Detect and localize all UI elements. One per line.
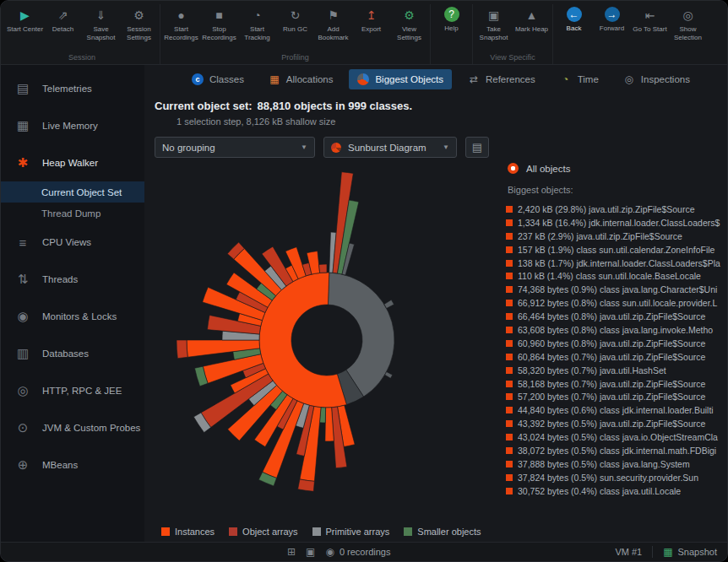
biggest-object-row[interactable]: 43,024 bytes (0.5%) class java.io.Object… xyxy=(506,430,727,444)
object-bullet-icon xyxy=(506,246,513,253)
sunburst-segment[interactable] xyxy=(298,479,315,491)
add-telemetry-icon[interactable]: ⊞ xyxy=(287,546,296,558)
session-settings-button[interactable]: ⚙Session Settings xyxy=(120,4,158,53)
detach-label: Detach xyxy=(52,25,73,34)
toolbar-group-caption: View Specific xyxy=(475,53,551,64)
biggest-object-row[interactable]: 66,912 bytes (0.8%) class sun.util.local… xyxy=(506,296,727,310)
sidebar-item-live-memory[interactable]: ▦Live Memory xyxy=(1,107,144,144)
start-center-label: Start Center xyxy=(7,25,43,34)
tab-references[interactable]: ⇄References xyxy=(459,69,544,89)
biggest-object-text: 30,752 bytes (0.4%) class java.util.Loca… xyxy=(518,486,681,496)
biggest-object-row[interactable]: 63,608 bytes (0.8%) class java.lang.invo… xyxy=(506,323,727,337)
sunburst-segment[interactable] xyxy=(319,264,327,273)
sidebar-item-databases[interactable]: ▥Databases xyxy=(1,335,144,372)
classes-icon: c xyxy=(192,73,204,85)
biggest-object-row[interactable]: 1,334 kB (16.4%) jdk.internal.loader.Cla… xyxy=(506,216,727,230)
mark-heap-button[interactable]: ▲Mark Heap xyxy=(513,4,551,53)
vm-label[interactable]: VM #1 xyxy=(615,547,642,557)
all-objects-label: All objects xyxy=(526,164,570,174)
sidebar-item-http-rpc-jee[interactable]: ◎HTTP, RPC & JEE xyxy=(1,372,144,409)
biggest-object-row[interactable]: 237 kB (2.9%) java.util.zip.ZipFile$Sour… xyxy=(506,230,727,243)
sidebar-item-threads[interactable]: ⇅Threads xyxy=(1,261,144,298)
take-snapshot-button[interactable]: ▣Take Snapshot xyxy=(475,4,513,53)
all-objects-radio[interactable]: All objects xyxy=(508,163,727,174)
sunburst-segment[interactable] xyxy=(385,372,393,379)
biggest-object-row[interactable]: 157 kB (1.9%) class sun.util.calendar.Zo… xyxy=(506,243,727,257)
biggest-object-row[interactable]: 43,392 bytes (0.5%) java.util.zip.ZipFil… xyxy=(506,417,727,430)
diagram-options-button[interactable]: ▤ xyxy=(465,137,489,158)
export-button[interactable]: ↥Export xyxy=(352,4,390,53)
show-selection-button[interactable]: ◎Show Selection xyxy=(669,4,707,53)
start-center-button[interactable]: ▶Start Center xyxy=(6,4,44,53)
biggest-object-row[interactable]: 30,752 bytes (0.4%) class java.util.Loca… xyxy=(506,484,727,498)
recordings-status[interactable]: ◉ 0 recordings xyxy=(325,546,390,558)
help-button[interactable]: ?Help xyxy=(432,4,470,53)
go-to-start-button[interactable]: ⇤Go To Start xyxy=(631,4,669,53)
stop-recordings-button[interactable]: ■Stop Recordings xyxy=(200,4,238,53)
run-gc-button[interactable]: ↻Run GC xyxy=(276,4,314,53)
view-mode-select[interactable]: Sunburst Diagram ▼ xyxy=(323,137,457,158)
sidebar-item-label: JVM & Custom Probes xyxy=(42,423,140,433)
object-bullet-icon xyxy=(506,313,513,320)
detach-icon: ⇗ xyxy=(55,7,71,23)
export-icon: ↥ xyxy=(363,7,379,23)
jvm-custom-probes-icon: ⊙ xyxy=(14,420,31,435)
sidebar-item-heap-walker[interactable]: ✱Heap Walker xyxy=(1,144,144,181)
grouping-select[interactable]: No grouping ▼ xyxy=(155,137,315,158)
save-snapshot-label: Save Snapshot xyxy=(82,25,120,42)
tab-classes[interactable]: cClasses xyxy=(183,69,253,89)
sidebar-item-cpu-views[interactable]: ≡CPU Views xyxy=(1,224,144,261)
biggest-object-row[interactable]: 58,168 bytes (0.7%) java.util.zip.ZipFil… xyxy=(506,377,727,391)
start-recordings-label: Start Recordings xyxy=(162,25,200,42)
snapshot-icon: ▦ xyxy=(663,546,672,558)
tab-allocations[interactable]: ▦Allocations xyxy=(260,69,342,89)
back-label: Back xyxy=(567,24,582,33)
biggest-objects-panel: All objects Biggest objects: 2,420 kB (2… xyxy=(506,158,727,498)
biggest-object-row[interactable]: 66,464 bytes (0.8%) java.util.zip.ZipFil… xyxy=(506,310,727,323)
biggest-object-row[interactable]: 138 kB (1.7%) jdk.internal.loader.ClassL… xyxy=(506,257,727,270)
toolbar-group-caption: Profiling xyxy=(162,53,428,64)
start-tracking-button[interactable]: ◔Start Tracking xyxy=(238,4,276,53)
biggest-object-row[interactable]: 60,864 bytes (0.7%) java.util.zip.ZipFil… xyxy=(506,350,727,364)
panels-icon[interactable]: ▣ xyxy=(306,546,315,558)
sidebar-item-telemetries[interactable]: ▤Telemetries xyxy=(1,70,144,107)
biggest-object-text: 66,912 bytes (0.8%) class sun.util.local… xyxy=(518,298,717,308)
biggest-object-row[interactable]: 57,200 bytes (0.7%) java.util.zip.ZipFil… xyxy=(506,390,727,403)
biggest-object-row[interactable]: 37,824 bytes (0.5%) sun.security.provide… xyxy=(506,471,727,484)
view-settings-button[interactable]: ⚙View Settings xyxy=(390,4,428,53)
tab-inspections[interactable]: ◎Inspections xyxy=(615,69,698,89)
view-sidebar: ▤Telemetries▦Live Memory✱Heap WalkerCurr… xyxy=(1,65,144,542)
biggest-object-text: 2,420 kB (29.8%) java.util.zip.ZipFile$S… xyxy=(518,204,695,214)
biggest-object-row[interactable]: 60,960 bytes (0.8%) java.util.zip.ZipFil… xyxy=(506,337,727,350)
take-snapshot-icon: ▣ xyxy=(486,7,502,23)
biggest-object-row[interactable]: 2,420 kB (29.8%) java.util.zip.ZipFile$S… xyxy=(506,203,727,216)
sidebar-item-jvm-custom-probes[interactable]: ⊙JVM & Custom Probes xyxy=(1,409,144,446)
save-snapshot-button[interactable]: ⇓Save Snapshot xyxy=(82,4,120,53)
sidebar-subitem-thread-dump[interactable]: Thread Dump xyxy=(1,203,144,224)
sidebar-item-mbeans[interactable]: ⊕MBeans xyxy=(1,446,144,484)
sunburst-segment[interactable] xyxy=(177,340,187,359)
object-arrays-swatch-icon xyxy=(229,527,237,536)
biggest-object-row[interactable]: 74,368 bytes (0.9%) class java.lang.Char… xyxy=(506,283,727,296)
legend-item-smaller-objects: Smaller objects xyxy=(404,527,481,537)
add-bookmark-button[interactable]: ⚑Add Bookmark xyxy=(314,4,352,53)
start-recordings-button[interactable]: ●Start Recordings xyxy=(162,4,200,53)
biggest-object-row[interactable]: 58,320 bytes (0.7%) java.util.HashSet xyxy=(506,364,727,377)
biggest-object-row[interactable]: 37,888 bytes (0.5%) class java.lang.Syst… xyxy=(506,457,727,471)
sidebar-item-monitors-locks[interactable]: ◉Monitors & Locks xyxy=(1,298,144,335)
sunburst-diagram[interactable] xyxy=(144,158,509,522)
tab-time[interactable]: ◔Time xyxy=(551,69,607,89)
snapshot-status[interactable]: ▦ Snapshot xyxy=(663,546,717,558)
biggest-object-row[interactable]: 38,072 bytes (0.5%) class jdk.internal.m… xyxy=(506,444,727,457)
back-button[interactable]: ←Back xyxy=(555,4,593,53)
legend-label: Primitive arrays xyxy=(326,527,390,537)
sidebar-item-label: Telemetries xyxy=(42,84,92,94)
forward-button[interactable]: →Forward xyxy=(593,4,631,53)
biggest-object-row[interactable]: 44,840 bytes (0.6%) class jdk.internal.l… xyxy=(506,403,727,417)
tab-biggest-objects[interactable]: Biggest Objects xyxy=(349,69,452,89)
detach-button[interactable]: ⇗Detach xyxy=(44,4,82,53)
biggest-object-text: 58,168 bytes (0.7%) java.util.zip.ZipFil… xyxy=(518,379,705,389)
biggest-object-row[interactable]: 110 kB (1.4%) class sun.util.locale.Base… xyxy=(506,269,727,283)
sidebar-subitem-current-object-set[interactable]: Current Object Set xyxy=(1,181,144,203)
sunburst-segment[interactable] xyxy=(384,300,394,308)
